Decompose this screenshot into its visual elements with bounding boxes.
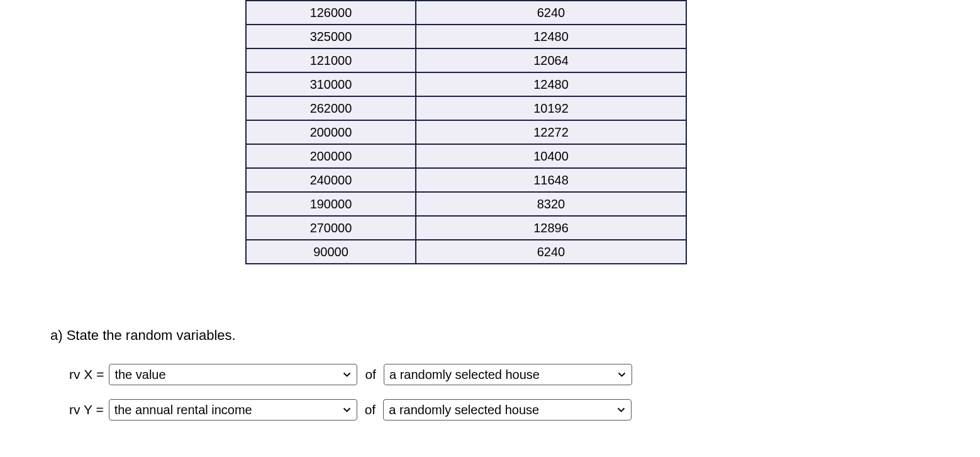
rv-x-select-subject[interactable]: a randomly selected house [384, 364, 632, 385]
rv-x-select-attribute[interactable]: the value [109, 364, 357, 385]
chevron-down-icon [616, 405, 626, 415]
table-cell: 262000 [246, 96, 416, 120]
table-cell: 12272 [416, 120, 686, 144]
table-cell: 270000 [246, 216, 416, 240]
rv-x-of-text: of [365, 367, 376, 382]
table-row: 20000010400 [246, 144, 686, 168]
table-cell: 90000 [246, 240, 416, 264]
table-row: 20000012272 [246, 120, 686, 144]
table-cell: 12480 [416, 25, 686, 48]
table-row: 24000011648 [246, 168, 686, 192]
table-cell: 126000 [246, 1, 416, 25]
table-row: 26200010192 [246, 96, 686, 120]
rv-y-of-text: of [365, 402, 376, 417]
table-cell: 10192 [416, 96, 686, 120]
table-cell: 310000 [246, 72, 416, 96]
table-cell: 6240 [416, 1, 686, 25]
table-row: 12100012064 [246, 48, 686, 72]
table-cell: 200000 [246, 144, 416, 168]
table-row: 27000012896 [246, 216, 686, 240]
data-table: 1260006240325000124801210001206431000012… [245, 0, 687, 264]
rv-x-select-attribute-value: the value [114, 368, 165, 382]
rv-y-select-subject[interactable]: a randomly selected house [383, 399, 632, 420]
table-cell: 190000 [246, 192, 416, 216]
question-a: a) State the random variables. [50, 327, 930, 344]
rv-y-label: rv Y = [69, 402, 104, 417]
rv-y-select-subject-value: a randomly selected house [389, 403, 539, 417]
table-cell: 12064 [416, 48, 686, 72]
table-row: 900006240 [246, 240, 686, 264]
table-row: 1900008320 [246, 192, 686, 216]
rv-x-label: rv X = [69, 367, 104, 382]
table-cell: 10400 [416, 144, 686, 168]
chevron-down-icon [342, 370, 352, 380]
table-row: 31000012480 [246, 72, 686, 96]
chevron-down-icon [342, 405, 352, 415]
table-cell: 121000 [246, 48, 416, 72]
table-row: 1260006240 [246, 1, 686, 25]
table-cell: 8320 [416, 192, 686, 216]
rv-x-row: rv X = the value of a randomly selected … [69, 364, 930, 385]
table-row: 32500012480 [246, 25, 686, 48]
rv-y-row: rv Y = the annual rental income of a ran… [69, 399, 930, 420]
table-cell: 11648 [416, 168, 686, 192]
table-cell: 6240 [416, 240, 686, 264]
chevron-down-icon [617, 370, 626, 380]
table-cell: 12896 [416, 216, 686, 240]
table-cell: 200000 [246, 120, 416, 144]
table-cell: 12480 [416, 72, 686, 96]
rv-y-select-attribute-value: the annual rental income [114, 403, 252, 417]
table-cell: 325000 [246, 25, 416, 48]
rv-x-select-subject-value: a randomly selected house [389, 368, 540, 382]
rv-y-select-attribute[interactable]: the annual rental income [109, 399, 357, 420]
table-cell: 240000 [246, 168, 416, 192]
